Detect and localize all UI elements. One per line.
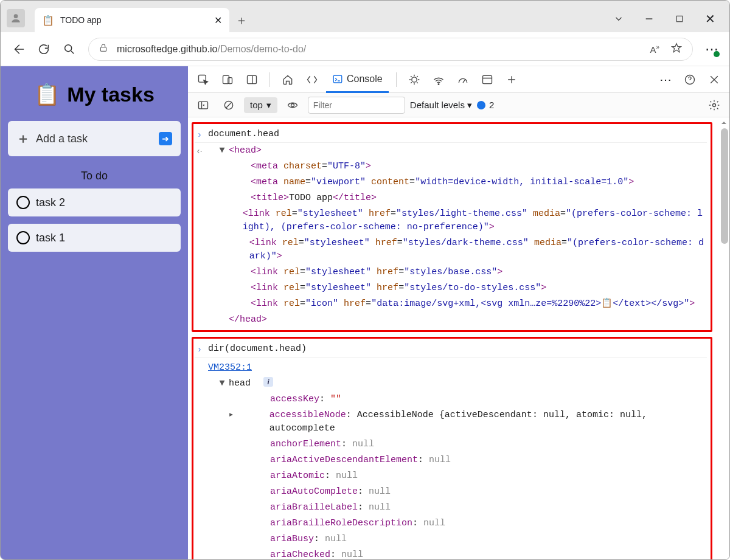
- window-minimize-chevron[interactable]: [613, 13, 625, 25]
- svg-rect-2: [676, 16, 682, 21]
- window-close-button[interactable]: ✕: [704, 13, 716, 25]
- task-item[interactable]: task 1: [8, 224, 181, 252]
- application-tab[interactable]: [477, 69, 498, 90]
- task-checkbox[interactable]: [16, 196, 30, 209]
- browser-tab[interactable]: 📋 TODO app ✕: [35, 8, 229, 32]
- svg-point-3: [65, 44, 72, 51]
- inspect-element-button[interactable]: [193, 69, 214, 90]
- add-task-input[interactable]: ＋ Add a task ➜: [8, 121, 181, 156]
- new-tab-button[interactable]: ＋: [229, 8, 254, 32]
- object-property-row[interactable]: ariaBrailleLabel: null: [195, 500, 707, 516]
- more-tabs-button[interactable]: [501, 69, 522, 90]
- console-tab-label: Console: [347, 74, 383, 85]
- console-tab[interactable]: Console: [326, 67, 389, 93]
- object-property-row[interactable]: ariaChecked: null: [195, 547, 707, 559]
- object-property-row[interactable]: accessKey: "": [195, 392, 707, 407]
- devtools-panel: Console ⋯ top ▾ Default levels ▾: [188, 66, 729, 559]
- chevron-down-icon: ▾: [266, 100, 271, 111]
- issues-count: 2: [489, 100, 494, 110]
- dom-node-line[interactable]: <link rel="stylesheet" href="styles/base…: [195, 264, 707, 280]
- dir-head-label: head: [229, 377, 251, 390]
- task-item[interactable]: task 2: [8, 188, 181, 216]
- dock-side-button[interactable]: [242, 69, 262, 90]
- expand-caret[interactable]: ▼: [219, 144, 225, 157]
- filter-input[interactable]: [308, 97, 405, 114]
- object-property-row[interactable]: anchorElement: null: [195, 437, 707, 452]
- svg-rect-8: [248, 75, 257, 83]
- issues-dot-icon: [477, 101, 485, 109]
- info-icon[interactable]: i: [263, 377, 273, 387]
- object-property-row[interactable]: ariaAutoComplete: null: [195, 484, 707, 500]
- highlight-box-2: › dir(document.head) VM2352:1 ▼ head i a…: [192, 337, 712, 559]
- network-tab[interactable]: [428, 69, 449, 90]
- dom-node-line[interactable]: <meta charset="UTF-8">: [195, 159, 707, 175]
- address-bar-row: microsoftedge.github.io/Demos/demo-to-do…: [1, 32, 729, 66]
- expand-caret[interactable]: ▼: [219, 377, 225, 390]
- submit-task-button[interactable]: ➜: [159, 132, 172, 145]
- sources-tab[interactable]: [404, 69, 425, 90]
- read-aloud-button[interactable]: A»: [650, 44, 659, 55]
- site-info-button[interactable]: [99, 43, 108, 55]
- dom-node-line[interactable]: <title>TODO app</title>: [195, 190, 707, 206]
- context-label: top: [250, 100, 263, 110]
- console-input: document.head: [208, 128, 279, 141]
- refresh-button[interactable]: [37, 43, 50, 56]
- svg-point-11: [412, 77, 417, 81]
- browser-menu-button[interactable]: ⋯: [705, 43, 718, 56]
- object-property-row[interactable]: ariaAtomic: null: [195, 468, 707, 484]
- issues-button[interactable]: 2: [477, 100, 494, 110]
- object-property-row[interactable]: ariaActiveDescendantElement: null: [195, 452, 707, 468]
- welcome-tab[interactable]: [277, 69, 298, 90]
- object-property-row[interactable]: ariaBrailleRoleDescription: null: [195, 516, 707, 531]
- dom-node-line[interactable]: <meta name="viewport" content="width=dev…: [195, 175, 707, 190]
- dom-node-line[interactable]: <link rel="stylesheet" href="styles/dark…: [195, 235, 707, 264]
- window-maximize-button[interactable]: [673, 13, 686, 25]
- plus-icon: ＋: [16, 130, 30, 148]
- chevron-down-icon: ▾: [467, 100, 472, 111]
- task-label: task 2: [36, 196, 65, 209]
- live-expression-button[interactable]: [282, 95, 303, 116]
- scroll-up-icon[interactable]: [721, 120, 727, 126]
- object-property-row[interactable]: ▸accessibleNode: AccessibleNode {activeD…: [195, 407, 707, 437]
- expand-caret[interactable]: ▸: [228, 409, 234, 422]
- help-button[interactable]: [680, 69, 700, 90]
- devtools-tabstrip: Console ⋯: [188, 66, 729, 93]
- address-bar[interactable]: microsoftedge.github.io/Demos/demo-to-do…: [88, 38, 693, 61]
- log-levels-selector[interactable]: Default levels ▾: [410, 100, 472, 111]
- vm-source-link[interactable]: VM2352:1: [208, 361, 252, 375]
- devtools-close-button[interactable]: [704, 69, 725, 90]
- tab-close-button[interactable]: ✕: [214, 15, 222, 26]
- svg-rect-13: [482, 75, 492, 83]
- svg-point-22: [291, 103, 294, 106]
- console-settings-button[interactable]: [704, 95, 725, 116]
- clear-console-button[interactable]: [218, 95, 239, 116]
- profile-icon: [10, 12, 22, 24]
- elements-tab[interactable]: [302, 69, 322, 90]
- todo-heading: To do: [8, 170, 181, 182]
- back-button[interactable]: [12, 43, 25, 56]
- context-selector[interactable]: top ▾: [244, 97, 277, 113]
- device-toolbar-button[interactable]: [217, 69, 238, 90]
- console-output[interactable]: › document.head ‹· ▼ <head> <meta charse…: [188, 117, 729, 559]
- performance-tab[interactable]: [453, 69, 473, 90]
- devtools-menu-button[interactable]: ⋯: [655, 69, 676, 90]
- scrollbar[interactable]: [718, 117, 729, 559]
- levels-label: Default levels: [410, 100, 465, 110]
- favorite-button[interactable]: [670, 42, 683, 57]
- dom-node-line[interactable]: <link rel="stylesheet" href="styles/ligh…: [195, 206, 707, 235]
- url-path: /Demos/demo-to-do/: [217, 44, 306, 54]
- task-checkbox[interactable]: [16, 231, 30, 244]
- prompt-icon: ›: [195, 342, 204, 356]
- head-open-tag: <head>: [229, 144, 262, 157]
- console-toolbar: top ▾ Default levels ▾ 2: [188, 93, 729, 117]
- toggle-sidebar-button[interactable]: [193, 95, 214, 116]
- page-title: My tasks: [67, 83, 155, 106]
- scroll-thumb[interactable]: [721, 128, 728, 244]
- search-button[interactable]: [63, 43, 76, 56]
- add-task-placeholder: Add a task: [36, 133, 88, 145]
- profile-button[interactable]: [7, 9, 25, 27]
- object-property-row[interactable]: ariaBusy: null: [195, 531, 707, 547]
- dom-node-line[interactable]: <link rel="stylesheet" href="styles/to-d…: [195, 280, 707, 296]
- window-minimize-button[interactable]: [643, 13, 655, 25]
- dom-node-line[interactable]: <link rel="icon" href="data:image/svg+xm…: [195, 296, 707, 312]
